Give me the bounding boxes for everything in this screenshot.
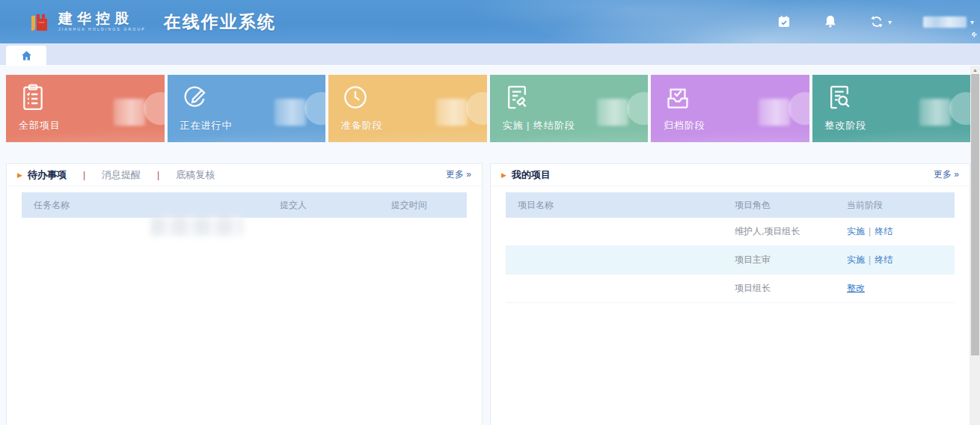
card-label: 正在进行中	[180, 119, 233, 132]
page-title: 在线作业系统	[164, 10, 276, 34]
tab-separator: |	[83, 170, 85, 180]
card-count-redacted	[436, 99, 468, 126]
tab-separator: |	[157, 170, 159, 180]
column-project-name: 项目名称	[506, 199, 735, 212]
table-row[interactable]: 项目主审 实施|终结	[506, 246, 955, 275]
projects-table-header: 项目名称 项目角色 当前阶段	[506, 192, 955, 218]
triangle-marker-icon: ▶	[501, 171, 506, 179]
my-projects-header: ▶ 我的项目 更多 »	[491, 164, 970, 186]
bell-icon	[823, 14, 838, 29]
archive-check-icon	[663, 82, 693, 112]
card-count-redacted	[275, 99, 306, 126]
vertical-scrollbar[interactable]: ▲	[970, 66, 980, 425]
username-redacted	[923, 16, 967, 28]
todo-content-redacted	[150, 216, 243, 236]
stage-separator: |	[869, 254, 871, 265]
home-icon	[20, 49, 33, 62]
card-label: 全部项目	[19, 119, 61, 132]
tab-todo-items[interactable]: 待办事项	[28, 168, 67, 182]
card-archive-stage[interactable]: 归档阶段	[651, 75, 809, 142]
edit-circle-icon	[180, 82, 209, 112]
my-projects-panel: ▶ 我的项目 更多 » 项目名称 项目角色 当前阶段 维护人,项目组长 实施|终…	[490, 163, 970, 425]
card-in-progress[interactable]: 正在进行中	[168, 75, 326, 142]
project-role: 项目主审	[735, 254, 847, 266]
card-count-redacted	[597, 99, 628, 126]
clock-icon	[340, 82, 370, 112]
card-count-redacted	[919, 99, 951, 126]
card-label: 归档阶段	[664, 119, 705, 132]
stage-link[interactable]: 终结	[875, 254, 892, 265]
table-row[interactable]: 维护人,项目组长 实施|终结	[506, 218, 955, 246]
card-arrow-decoration	[949, 92, 970, 125]
current-stage-cell: 实施|终结	[847, 254, 955, 266]
column-task-name: 任务名称	[22, 199, 280, 212]
chevron-down-icon: ▾	[888, 18, 892, 26]
chevron-down-icon: ▾	[970, 18, 974, 26]
card-arrow-decoration	[144, 92, 165, 125]
scrollbar-thumb[interactable]	[971, 74, 979, 355]
table-row[interactable]: 项目组长 整改	[506, 275, 955, 303]
stage-card-row: 全部项目 正在进行中 准备阶段	[6, 75, 970, 142]
card-preparation-stage[interactable]: 准备阶段	[328, 75, 487, 142]
refresh-icon	[869, 14, 884, 29]
scrollbar-up-arrow-icon[interactable]: ▲	[970, 67, 980, 74]
user-menu[interactable]: ▾	[923, 16, 974, 28]
stage-link[interactable]: 整改	[847, 283, 865, 293]
current-stage-cell: 整改	[847, 282, 955, 295]
card-arrow-decoration	[627, 92, 648, 125]
tab-draft-review[interactable]: 底稿复核	[176, 168, 215, 182]
card-rectification-stage[interactable]: 整改阶段	[812, 75, 971, 142]
jianhua-logo-icon	[25, 8, 52, 35]
online-work-system-page: 建华控股 JIANHUA HOLDINGS GROUP 在线作业系统	[0, 0, 980, 425]
document-gavel-icon	[502, 82, 532, 112]
app-header: 建华控股 JIANHUA HOLDINGS GROUP 在线作业系统	[0, 0, 980, 43]
current-stage-cell: 实施|终结	[847, 225, 955, 238]
column-current-stage: 当前阶段	[847, 199, 955, 212]
stage-link[interactable]: 实施	[847, 226, 865, 236]
card-arrow-decoration	[788, 92, 809, 125]
card-all-projects[interactable]: 全部项目	[6, 75, 165, 142]
todo-more-link[interactable]: 更多 »	[446, 168, 471, 181]
tab-message-reminders[interactable]: 消息提醒	[102, 168, 141, 182]
card-label: 实施 | 终结阶段	[503, 119, 576, 132]
card-count-redacted	[759, 99, 790, 126]
card-arrow-decoration	[466, 92, 487, 125]
todo-panel: ▶ 待办事项 | 消息提醒 | 底稿复核 更多 » 任务名称 提交人 提交时间	[6, 163, 483, 425]
triangle-marker-icon: ▶	[17, 171, 22, 179]
card-count-redacted	[114, 99, 145, 126]
refresh-dropdown-button[interactable]: ▾	[869, 14, 892, 29]
todo-panel-header: ▶ 待办事项 | 消息提醒 | 底稿复核 更多 »	[7, 164, 482, 186]
brand-name: 建华控股	[58, 11, 146, 26]
column-submitter: 提交人	[280, 199, 391, 212]
dashboard-panels: ▶ 待办事项 | 消息提醒 | 底稿复核 更多 » 任务名称 提交人 提交时间 …	[6, 163, 970, 425]
stage-separator: |	[869, 226, 871, 236]
my-projects-more-link[interactable]: 更多 »	[934, 168, 959, 181]
stage-link[interactable]: 终结	[875, 226, 892, 236]
column-submit-time: 提交时间	[391, 199, 467, 212]
tab-bar	[0, 43, 980, 66]
tab-home[interactable]	[6, 46, 46, 66]
card-label: 整改阶段	[825, 119, 867, 132]
card-implementation-stage[interactable]: 实施 | 终结阶段	[490, 75, 649, 142]
todo-table-header: 任务名称 提交人 提交时间	[22, 192, 467, 218]
project-role: 维护人,项目组长	[735, 225, 847, 238]
project-role: 项目组长	[735, 282, 847, 295]
clipboard-list-icon	[18, 82, 48, 112]
header-toolbar: ▾ ▾	[777, 0, 980, 43]
card-arrow-decoration	[304, 92, 325, 125]
notifications-button[interactable]	[823, 14, 838, 29]
column-project-role: 项目角色	[735, 199, 847, 212]
document-search-icon	[824, 82, 854, 112]
stage-link[interactable]: 实施	[847, 254, 865, 265]
card-label: 准备阶段	[341, 119, 383, 132]
brand-subtitle: JIANHUA HOLDINGS GROUP	[58, 28, 146, 31]
brand-block: 建华控股 JIANHUA HOLDINGS GROUP	[58, 11, 146, 31]
calendar-check-button[interactable]	[777, 14, 791, 29]
calendar-check-icon	[777, 14, 791, 29]
my-projects-title: 我的项目	[512, 168, 551, 182]
